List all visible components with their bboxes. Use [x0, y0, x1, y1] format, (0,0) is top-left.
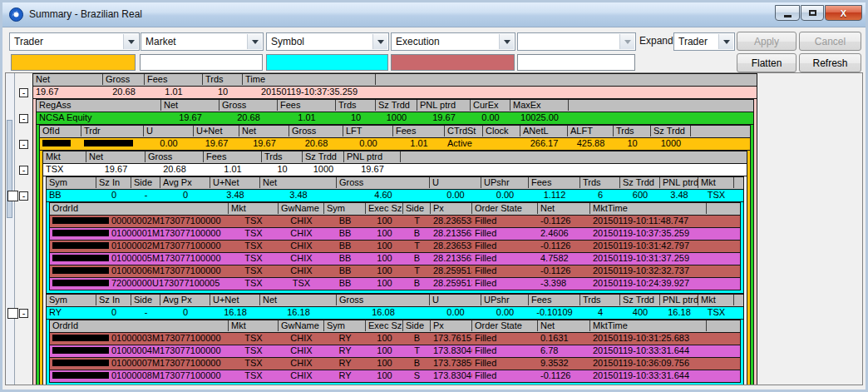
column-header[interactable]: Side	[131, 177, 160, 188]
column-header[interactable]: Sz Trdd	[376, 100, 417, 111]
collapse-button[interactable]: -	[19, 140, 28, 149]
column-header[interactable]: Exec Sz	[366, 203, 403, 214]
column-header[interactable]: GwName	[279, 203, 324, 214]
order-row[interactable]: 00000002M173077100000TSXCHIXBB100T28.236…	[50, 216, 740, 228]
summary-row[interactable]: 19.6720.681.011020150119-10:37:35.259	[33, 87, 757, 99]
column-header[interactable]: Net	[86, 151, 145, 162]
column-header[interactable]: Mkt	[229, 320, 279, 331]
cancel-button[interactable]: Cancel	[799, 32, 861, 51]
column-header[interactable]: CTrdSt	[445, 126, 483, 136]
collapse-button[interactable]: -	[19, 166, 28, 175]
column-header[interactable]: MktTime	[590, 203, 707, 214]
apply-button[interactable]: Apply	[737, 32, 796, 51]
trader-combo[interactable]: Trader	[9, 32, 140, 51]
column-header[interactable]: U	[430, 295, 481, 305]
column-header[interactable]: Trdr	[81, 126, 144, 136]
column-header[interactable]: OrdrId	[50, 320, 229, 331]
chevron-down-icon[interactable]	[372, 34, 387, 49]
expand-combo[interactable]: Trader	[673, 32, 735, 51]
column-header[interactable]: Side	[131, 295, 160, 305]
column-header[interactable]: Gross	[337, 177, 430, 188]
column-header[interactable]: Sym	[47, 295, 96, 305]
column-header[interactable]: Exec Sz	[366, 320, 403, 331]
column-header[interactable]: Avg Px	[160, 177, 210, 188]
collapse-button[interactable]: -	[19, 191, 28, 201]
order-row[interactable]: 01000007M173077100000TSXCHIXRY100B173.73…	[50, 358, 740, 370]
column-header[interactable]: Trds	[336, 100, 376, 111]
column-header[interactable]: Sz Trdd	[651, 126, 691, 136]
column-header[interactable]: Mkt	[43, 151, 86, 162]
close-button[interactable]: X	[825, 5, 862, 21]
column-header[interactable]: Net	[260, 177, 337, 188]
column-header[interactable]: Sym	[324, 320, 366, 331]
column-header[interactable]: MaxEx	[510, 100, 569, 111]
order-row[interactable]: 01000006M173077100000TSXCHIXBB100T28.259…	[50, 265, 740, 278]
trader-row[interactable]: 0.0019.6719.6720.680.001.01Active266.174…	[40, 138, 750, 151]
order-row[interactable]: 72000000U173077100005TSXTSXBB100B28.2595…	[50, 278, 740, 290]
symbol-combo[interactable]: Symbol	[266, 32, 389, 51]
column-header[interactable]: Px	[431, 203, 472, 214]
column-header[interactable]: PNL ptrd	[344, 151, 401, 162]
market-combo[interactable]: Market	[141, 32, 264, 51]
column-header[interactable]: Sz Trdd	[620, 177, 660, 188]
column-header[interactable]: Fees	[529, 177, 580, 188]
column-header[interactable]: Order State	[472, 320, 538, 331]
column-header[interactable]: Fees	[529, 295, 580, 305]
column-header[interactable]: Mkt	[698, 295, 734, 305]
extra-color-field[interactable]	[517, 54, 635, 71]
column-header[interactable]: OfId	[40, 126, 81, 136]
column-header[interactable]: Side	[403, 320, 431, 331]
column-header[interactable]: Net	[161, 100, 219, 111]
collapse-button[interactable]: -	[19, 114, 28, 123]
column-header[interactable]: Fees	[204, 151, 262, 162]
column-header[interactable]: Trds	[614, 126, 651, 136]
column-header[interactable]: Trds	[580, 177, 620, 188]
market-color-field[interactable]	[140, 54, 263, 71]
column-header[interactable]: MktTime	[590, 320, 707, 331]
symbol-row[interactable]: BB0-03.483.484.600.000.001.11266003.48TS…	[47, 190, 743, 202]
order-row[interactable]: 01000003M173077100000TSXCHIXRY100B173.76…	[50, 333, 740, 345]
column-header[interactable]: Mkt	[229, 203, 279, 214]
column-header[interactable]: Trds	[580, 295, 620, 305]
column-header[interactable]: CurEx	[471, 100, 510, 111]
chevron-down-icon[interactable]	[718, 34, 733, 49]
order-row[interactable]: 01000002M173077100000TSXCHIXBB100T28.236…	[50, 241, 740, 253]
chevron-down-icon[interactable]	[499, 34, 514, 49]
order-row[interactable]: 01000001M173077100000TSXCHIXBB100B28.213…	[50, 228, 740, 241]
column-header[interactable]: Trds	[262, 151, 303, 162]
scrollbar-thumb[interactable]	[7, 120, 12, 218]
symbol-color-field[interactable]	[266, 54, 388, 71]
column-header[interactable]: Gross	[145, 151, 204, 162]
refresh-button[interactable]: Refresh	[799, 53, 861, 72]
order-row[interactable]: 01000005M173077100000TSXCHIXBB100B28.213…	[50, 253, 740, 265]
column-header[interactable]: Fees	[278, 100, 336, 111]
collapse-button[interactable]: -	[19, 309, 28, 318]
column-header[interactable]: Sym	[47, 177, 96, 188]
column-header[interactable]: ANetL	[520, 126, 568, 136]
select-checkbox[interactable]	[7, 191, 18, 201]
column-header[interactable]: Gross	[337, 295, 430, 305]
column-header[interactable]: Gross	[289, 126, 343, 136]
column-header[interactable]: U+Net	[194, 126, 239, 136]
regass-row[interactable]: NCSA Equity19.6720.681.0110100019.670.00…	[37, 112, 753, 125]
column-header[interactable]: UPshr	[481, 295, 529, 305]
execution-combo[interactable]: Execution	[391, 32, 515, 51]
order-row[interactable]: 01000004M173077100000TSXCHIXRY100T173.83…	[50, 345, 740, 358]
column-header[interactable]: Sz Trdd	[303, 151, 344, 162]
column-header[interactable]: Net	[33, 74, 103, 85]
collapse-button[interactable]: -	[19, 88, 28, 97]
column-header[interactable]: Mkt	[698, 177, 734, 188]
order-row[interactable]: 01000008M173077100000TSXCHIXRY100S173.83…	[50, 370, 740, 382]
column-header[interactable]: RegAss	[37, 100, 161, 111]
column-header[interactable]: Sz In	[96, 295, 131, 305]
column-header[interactable]: U	[430, 177, 481, 188]
symbol-row[interactable]: RY0-016.1816.1816.080.000.00-0.101094400…	[47, 307, 743, 320]
column-header[interactable]: Fees	[145, 74, 203, 85]
column-header[interactable]: Trds	[203, 74, 243, 85]
column-header[interactable]: PNL ptrd	[417, 100, 471, 111]
column-header[interactable]: Sz Trdd	[620, 295, 660, 305]
column-header[interactable]: Order State	[472, 203, 538, 214]
column-header[interactable]: GwName	[279, 320, 324, 331]
column-header[interactable]: PNL ptrd	[660, 177, 698, 188]
column-header[interactable]: PNL ptrd	[660, 295, 698, 305]
